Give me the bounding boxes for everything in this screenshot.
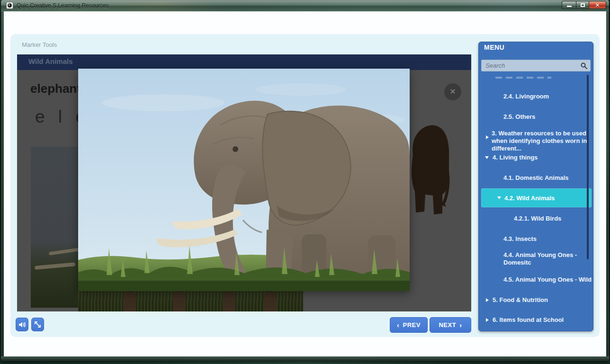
menu-item-young-ones-domestic[interactable]: 4.4. Animal Young Ones - Domesitc [503, 251, 588, 266]
window-title: Quic Creative S Learning Resources [17, 2, 109, 9]
underlay-photo-left-strip [31, 147, 78, 308]
menu-item-living-things[interactable]: 4. Living things [493, 154, 538, 161]
next-label: NEXT [439, 321, 456, 328]
tusk-shape [49, 248, 79, 256]
maximize-icon [581, 3, 585, 7]
menu-item-domestic-animals[interactable]: 4.1. Domestic Animals [503, 174, 569, 182]
fullscreen-button[interactable] [31, 318, 44, 331]
minimize-icon [567, 6, 572, 7]
chevron-left-icon: ‹ [397, 321, 400, 329]
menu-item-items-school[interactable]: 6. Items found at School [493, 316, 564, 324]
marker-tools-label: Marker Tools [22, 41, 57, 48]
next-button[interactable]: NEXT › [430, 317, 471, 333]
menu-item-young-ones-wild[interactable]: 4.5. Animal Young Ones - Wild [503, 276, 592, 284]
speaker-icon [18, 321, 26, 328]
elephant-photo-modal [78, 69, 410, 291]
underlay-photo-bottom-strip [78, 291, 303, 311]
menu-item-weather[interactable]: 3. Weather resources to be used when ide… [492, 130, 590, 152]
menu-item-insects[interactable]: 4.3. Insects [503, 235, 537, 243]
tusk-shape [35, 262, 75, 269]
audio-button[interactable] [16, 318, 28, 331]
chevron-down-icon [497, 196, 501, 199]
close-window-icon: ✕ [595, 2, 600, 8]
app-icon [6, 2, 13, 9]
close-icon: ✕ [449, 88, 456, 96]
word-title: elephant [30, 81, 81, 96]
chevron-right-icon [486, 318, 489, 322]
chevron-right-icon: › [459, 321, 462, 329]
window-bottom-border [1, 356, 609, 361]
chevron-right-icon [486, 298, 489, 302]
menu-item-wild-birds[interactable]: 4.2.1. Wild Birds [514, 215, 561, 222]
expand-icon [34, 321, 41, 328]
content-header-title: Wild Animals [28, 57, 73, 65]
search-input[interactable] [484, 62, 581, 70]
maximize-button[interactable] [576, 1, 589, 9]
menu-item-food-nutrition[interactable]: 5. Food & Nutrition [493, 296, 548, 304]
menu-item-partial[interactable] [495, 77, 551, 79]
search-box[interactable] [481, 60, 591, 71]
menu-scrollbar-thumb[interactable] [587, 75, 589, 259]
elephant-leg-shape [223, 291, 235, 311]
elephant-photo [78, 69, 410, 291]
content-header [17, 54, 471, 70]
menu-title: MENU [484, 44, 504, 51]
elephant-leg-shape [264, 291, 277, 311]
desktop: Quic Creative S Learning Resources ✕ Mar… [0, 0, 610, 364]
elephant-leg-shape [123, 291, 136, 311]
chevron-down-icon [485, 156, 489, 159]
window-titlebar[interactable]: Quic Creative S Learning Resources ✕ [1, 0, 609, 11]
menu-item-wild-animals-selected[interactable]: 4.2. Wild Animals [481, 188, 592, 207]
modal-close-button[interactable]: ✕ [444, 83, 461, 100]
elephant-leg-shape [173, 291, 186, 311]
menu-panel [478, 42, 593, 331]
window-controls: ✕ [562, 1, 606, 9]
prev-button[interactable]: ‹ PREV [390, 317, 428, 333]
chevron-right-icon [486, 135, 489, 139]
close-window-button[interactable]: ✕ [589, 1, 606, 9]
menu-item-livingroom[interactable]: 2.4. Livingroom [503, 93, 549, 100]
menu-item-others[interactable]: 2.5. Others [503, 113, 535, 121]
minimize-button[interactable] [562, 1, 576, 9]
search-icon [581, 62, 587, 69]
prev-label: PREV [403, 321, 421, 328]
elephant-rear-image-dimmed [406, 120, 450, 218]
